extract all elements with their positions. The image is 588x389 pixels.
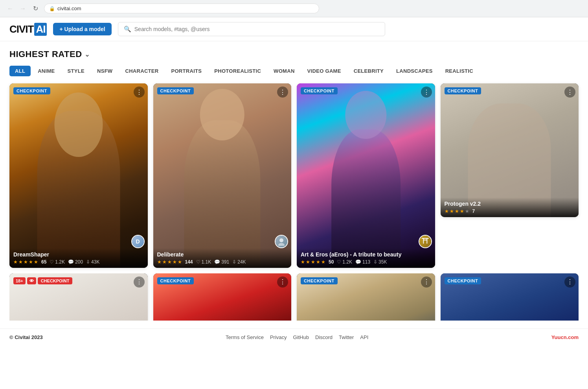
card-menu-nsfw[interactable]: ⋮ bbox=[134, 277, 145, 288]
model-card-nsfw[interactable]: 18+ 👁 CHECKPOINT ⋮ bbox=[9, 273, 148, 321]
back-button[interactable]: ← bbox=[5, 3, 16, 14]
author-avatar-deliberate bbox=[275, 235, 288, 248]
footer-link-github[interactable]: GitHub bbox=[293, 334, 309, 340]
stars-dreamshaper: ★ ★ ★ ★ ★ bbox=[13, 259, 38, 265]
card-title-arteros: Art & Eros (aEros) - A tribute to beauty bbox=[301, 251, 431, 258]
avatar-initial-deliberate bbox=[276, 236, 287, 247]
tab-landscapes[interactable]: LANDSCAPES bbox=[391, 66, 438, 76]
tab-realistic[interactable]: REALISTIC bbox=[440, 66, 479, 76]
svg-point-0 bbox=[279, 238, 283, 242]
author-avatar-arteros: ⛩ bbox=[419, 235, 432, 248]
card-menu-arteros[interactable]: ⋮ bbox=[421, 87, 432, 98]
logo-ai: AI bbox=[34, 23, 47, 36]
browser-nav-buttons: ← → ↻ bbox=[5, 3, 41, 14]
stars-arteros: ★ ★ ★ ★ ★ bbox=[301, 259, 325, 265]
likes-arteros: ♡ 1.2K bbox=[337, 259, 352, 265]
star-1: ★ bbox=[13, 259, 18, 265]
search-input[interactable] bbox=[134, 26, 379, 32]
card-overlay-dreamshaper: DreamShaper ★ ★ ★ ★ ★ 65 ♡ 1.2K 💬 200 ⇩ … bbox=[9, 248, 148, 268]
address-bar[interactable]: 🔒 civitai.com bbox=[44, 4, 319, 13]
footer-link-api[interactable]: API bbox=[360, 334, 368, 340]
main-content: HIGHEST RATED ⌄ ALL ANIME STYLE NSFW CHA… bbox=[0, 41, 588, 328]
downloads-count: 43K bbox=[91, 259, 99, 265]
model-card-protogen[interactable]: CHECKPOINT ⋮ Protogen v2.2 ★ ★ ★ ★ ★ 7 bbox=[441, 83, 579, 217]
filter-tabs: ALL ANIME STYLE NSFW CHARACTER PORTRAITS… bbox=[9, 66, 579, 76]
rating-count-arteros: 50 bbox=[329, 259, 334, 265]
card-menu-blue[interactable]: ⋮ bbox=[564, 277, 575, 288]
tab-video-game[interactable]: VIDEO GAME bbox=[302, 66, 347, 76]
nsfw-checkpoint-badge: CHECKPOINT bbox=[38, 277, 73, 284]
refresh-button[interactable]: ↻ bbox=[30, 3, 41, 14]
forward-button[interactable]: → bbox=[17, 3, 28, 14]
likes-dreamshaper: ♡ 1.2K bbox=[50, 259, 65, 265]
comments-count: 200 bbox=[75, 259, 83, 265]
footer-link-discord[interactable]: Discord bbox=[315, 334, 333, 340]
card-menu-animal[interactable]: ⋮ bbox=[421, 277, 432, 288]
likes-count: 1.2K bbox=[55, 259, 65, 265]
card-image-deliberate bbox=[153, 83, 292, 268]
footer-link-terms[interactable]: Terms of Service bbox=[226, 334, 264, 340]
upload-button[interactable]: + Upload a model bbox=[53, 23, 111, 35]
downloads-deliberate: ⇩ 24K bbox=[232, 259, 246, 265]
svg-point-1 bbox=[278, 243, 285, 246]
card-overlay-deliberate: Deliberate ★ ★ ★ ★ ★ 144 ♡ 1.1K 💬 391 ⇩ … bbox=[153, 248, 292, 268]
card-menu-red[interactable]: ⋮ bbox=[277, 277, 288, 288]
model-card-blue[interactable]: CHECKPOINT ⋮ bbox=[441, 273, 579, 321]
checkpoint-badge-animal: CHECKPOINT bbox=[301, 277, 338, 284]
rating-count-deliberate: 144 bbox=[185, 259, 193, 265]
models-grid-row2: 18+ 👁 CHECKPOINT ⋮ CHECKPOINT ⋮ CHECKPOI… bbox=[9, 273, 579, 321]
card-menu-dreamshaper[interactable]: ⋮ bbox=[134, 87, 145, 98]
downloads-arteros: ⇩ 35K bbox=[373, 259, 387, 265]
checkpoint-badge-red: CHECKPOINT bbox=[157, 277, 194, 284]
card-title-dreamshaper: DreamShaper bbox=[13, 251, 144, 258]
star-2: ★ bbox=[18, 259, 23, 265]
tab-photorealistic[interactable]: PHOTOREALISTIC bbox=[209, 66, 266, 76]
card-image-arteros bbox=[297, 83, 435, 268]
card-stats-protogen: ★ ★ ★ ★ ★ 7 bbox=[445, 208, 575, 214]
tab-character[interactable]: CHARACTER bbox=[119, 66, 164, 76]
app-header: CIVITAI + Upload a model 🔍 bbox=[0, 17, 588, 41]
tab-celebrity[interactable]: CELEBRITY bbox=[348, 66, 389, 76]
tab-nsfw[interactable]: NSFW bbox=[92, 66, 118, 76]
downloads-dreamshaper: ⇩ 43K bbox=[86, 259, 99, 265]
checkpoint-badge-protogen: CHECKPOINT bbox=[445, 87, 481, 94]
card-menu-deliberate[interactable]: ⋮ bbox=[277, 87, 288, 98]
card-overlay-protogen: Protogen v2.2 ★ ★ ★ ★ ★ 7 bbox=[441, 197, 579, 217]
tab-all[interactable]: ALL bbox=[9, 66, 31, 76]
comments-dreamshaper: 💬 200 bbox=[68, 259, 83, 265]
model-card-deliberate[interactable]: CHECKPOINT ⋮ Deliberate ★ ★ ★ ★ ★ 1 bbox=[153, 83, 292, 268]
tab-portraits[interactable]: PORTRAITS bbox=[165, 66, 207, 76]
card-overlay-arteros: Art & Eros (aEros) - A tribute to beauty… bbox=[297, 248, 435, 268]
card-image-dreamshaper bbox=[9, 83, 148, 268]
footer-links: Terms of Service Privacy GitHub Discord … bbox=[226, 334, 368, 340]
footer-yuucn: Yuucn.com bbox=[551, 334, 579, 340]
model-card-arteros[interactable]: CHECKPOINT ⋮ ⛩ Art & Eros (aEros) - A tr… bbox=[297, 83, 435, 268]
author-avatar-dreamshaper: D bbox=[131, 235, 145, 248]
tab-woman[interactable]: WOMAN bbox=[268, 66, 300, 76]
checkpoint-badge-deliberate: CHECKPOINT bbox=[157, 87, 194, 94]
stars-protogen: ★ ★ ★ ★ ★ bbox=[445, 208, 469, 214]
models-grid: CHECKPOINT ⋮ D DreamShaper ★ ★ ★ ★ ★ 65 … bbox=[9, 83, 579, 268]
card-menu-protogen[interactable]: ⋮ bbox=[564, 87, 575, 98]
checkpoint-badge-arteros: CHECKPOINT bbox=[301, 87, 338, 94]
model-card-dreamshaper[interactable]: CHECKPOINT ⋮ D DreamShaper ★ ★ ★ ★ ★ 65 … bbox=[9, 83, 148, 268]
avatar-samurai: ⛩ bbox=[419, 236, 431, 247]
card-stats-arteros: ★ ★ ★ ★ ★ 50 ♡ 1.2K 💬 113 ⇩ 35K bbox=[301, 259, 431, 265]
logo: CIVITAI bbox=[9, 23, 47, 36]
search-bar: 🔍 bbox=[118, 22, 385, 36]
footer-link-twitter[interactable]: Twitter bbox=[339, 334, 354, 340]
card-stats-dreamshaper: ★ ★ ★ ★ ★ 65 ♡ 1.2K 💬 200 ⇩ 43K bbox=[13, 259, 144, 265]
tab-style[interactable]: STYLE bbox=[62, 66, 90, 76]
lock-icon: 🔒 bbox=[49, 6, 55, 11]
card-title-protogen: Protogen v2.2 bbox=[445, 201, 575, 207]
model-card-animal[interactable]: CHECKPOINT ⋮ bbox=[297, 273, 435, 321]
model-card-red[interactable]: CHECKPOINT ⋮ bbox=[153, 273, 292, 321]
tab-anime[interactable]: ANIME bbox=[32, 66, 60, 76]
star-5: ★ bbox=[34, 259, 38, 265]
footer-link-privacy[interactable]: Privacy bbox=[270, 334, 287, 340]
likes-deliberate: ♡ 1.1K bbox=[196, 259, 211, 265]
card-title-deliberate: Deliberate bbox=[157, 251, 288, 258]
avatar-initial-dreamshaper: D bbox=[132, 236, 144, 247]
footer: © Civitai 2023 Terms of Service Privacy … bbox=[0, 328, 588, 346]
comments-arteros: 💬 113 bbox=[355, 259, 370, 265]
